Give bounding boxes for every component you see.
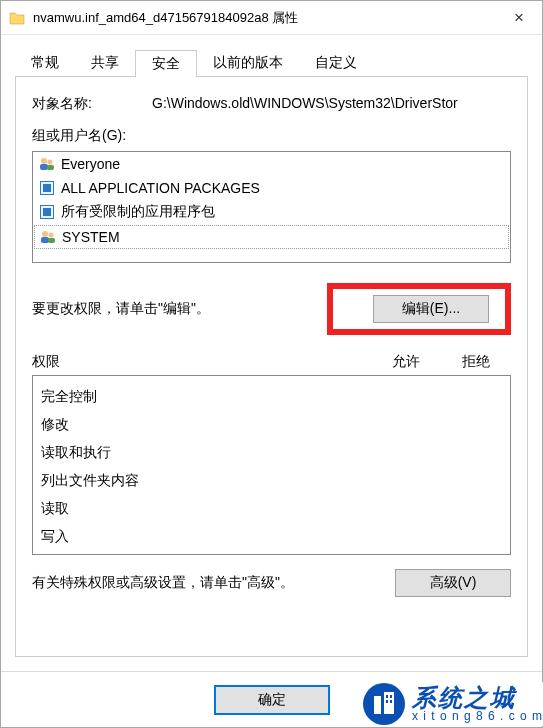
permission-item: 读取和执行	[41, 438, 502, 466]
permissions-column-name: 权限	[32, 353, 371, 371]
permission-item: 列出文件夹内容	[41, 466, 502, 494]
advanced-row: 有关特殊权限或高级设置，请单击"高级"。 高级(V)	[32, 569, 511, 597]
groups-listbox[interactable]: Everyone ALL APPLICATION PACKAGES 所有受限制的…	[32, 151, 511, 263]
permission-item: 读取	[41, 494, 502, 522]
svg-rect-18	[390, 700, 392, 703]
list-item[interactable]: 所有受限制的应用程序包	[33, 200, 510, 224]
svg-rect-11	[48, 238, 55, 243]
list-item-label: Everyone	[61, 156, 120, 172]
svg-rect-16	[390, 695, 392, 698]
tab-sharing[interactable]: 共享	[75, 50, 135, 77]
permissions-column-allow: 允许	[371, 353, 441, 371]
svg-rect-3	[47, 165, 54, 170]
dialog-body: 常规 共享 安全 以前的版本 自定义 对象名称: G:\Windows.old\…	[1, 35, 542, 671]
folder-icon	[9, 11, 25, 25]
watermark: 系统之城 x i t o n g 8 6 . c o m	[354, 682, 543, 726]
object-name-label: 对象名称:	[32, 95, 152, 113]
object-name-row: 对象名称: G:\Windows.old\WINDOWS\System32\Dr…	[32, 95, 511, 113]
permission-item: 写入	[41, 522, 502, 550]
advanced-hint-text: 有关特殊权限或高级设置，请单击"高级"。	[32, 574, 395, 592]
edit-button-highlight: 编辑(E)...	[327, 283, 511, 335]
svg-rect-1	[40, 164, 48, 170]
svg-rect-13	[374, 696, 381, 714]
svg-rect-14	[384, 692, 394, 714]
list-item-label: SYSTEM	[62, 229, 120, 245]
svg-point-0	[41, 158, 47, 164]
svg-point-10	[48, 232, 53, 237]
permission-item: 完全控制	[41, 382, 502, 410]
edit-hint-text: 要更改权限，请单击"编辑"。	[32, 300, 327, 318]
users-icon	[39, 156, 55, 172]
watermark-title: 系统之城	[412, 685, 543, 710]
tab-bar: 常规 共享 安全 以前的版本 自定义	[15, 49, 528, 77]
svg-rect-9	[41, 237, 49, 243]
permission-item: 修改	[41, 410, 502, 438]
ok-button[interactable]: 确定	[214, 685, 330, 715]
tab-content-security: 对象名称: G:\Windows.old\WINDOWS\System32\Dr…	[15, 77, 528, 657]
permissions-column-deny: 拒绝	[441, 353, 511, 371]
svg-rect-17	[386, 700, 388, 703]
groups-label: 组或用户名(G):	[32, 127, 511, 145]
close-button[interactable]: ×	[496, 1, 542, 35]
edit-button[interactable]: 编辑(E)...	[373, 295, 489, 323]
list-item[interactable]: ALL APPLICATION PACKAGES	[33, 176, 510, 200]
users-icon	[40, 229, 56, 245]
object-name-value: G:\Windows.old\WINDOWS\System32\DriverSt…	[152, 95, 511, 113]
tab-security[interactable]: 安全	[135, 50, 197, 78]
package-icon	[39, 204, 55, 220]
properties-dialog: nvamwu.inf_amd64_d4715679184092a8 属性 × 常…	[0, 0, 543, 728]
watermark-logo-icon	[362, 682, 406, 726]
tab-custom[interactable]: 自定义	[299, 50, 373, 77]
edit-hint-row: 要更改权限，请单击"编辑"。 编辑(E)...	[32, 283, 511, 335]
svg-rect-5	[43, 184, 51, 192]
watermark-url: x i t o n g 8 6 . c o m	[412, 710, 543, 723]
svg-point-8	[42, 231, 48, 237]
permissions-listbox[interactable]: 完全控制 修改 读取和执行 列出文件夹内容 读取 写入	[32, 375, 511, 555]
svg-point-2	[47, 159, 52, 164]
watermark-text: 系统之城 x i t o n g 8 6 . c o m	[412, 685, 543, 723]
svg-rect-7	[43, 208, 51, 216]
tab-previous-versions[interactable]: 以前的版本	[197, 50, 299, 77]
list-item-label: 所有受限制的应用程序包	[61, 203, 215, 221]
window-title: nvamwu.inf_amd64_d4715679184092a8 属性	[33, 9, 496, 27]
svg-rect-15	[386, 695, 388, 698]
package-icon	[39, 180, 55, 196]
titlebar: nvamwu.inf_amd64_d4715679184092a8 属性 ×	[1, 1, 542, 35]
permissions-header: 权限 允许 拒绝	[32, 353, 511, 371]
list-item-label: ALL APPLICATION PACKAGES	[61, 180, 260, 196]
tab-general[interactable]: 常规	[15, 50, 75, 77]
advanced-button[interactable]: 高级(V)	[395, 569, 511, 597]
list-item[interactable]: Everyone	[33, 152, 510, 176]
list-item-selected[interactable]: SYSTEM	[34, 225, 509, 249]
